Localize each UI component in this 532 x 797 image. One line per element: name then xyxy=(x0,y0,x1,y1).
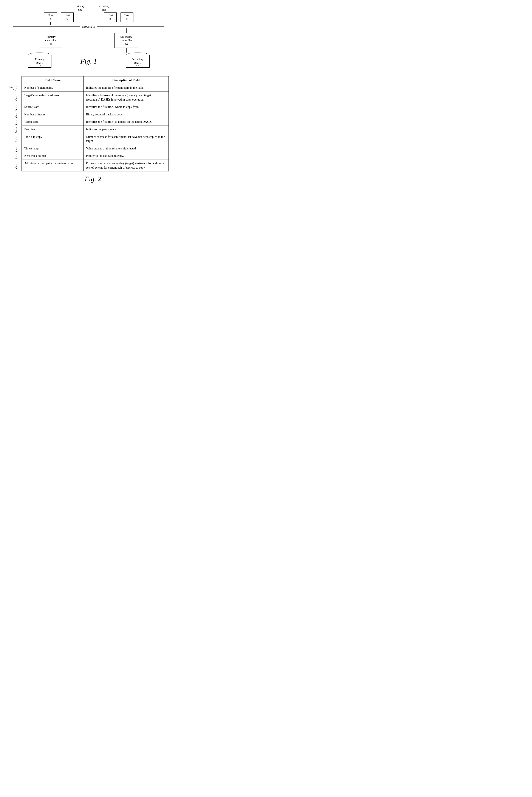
table-row: Next track pointerPointer to the ext tra… xyxy=(22,152,169,160)
field-cell: Target start xyxy=(22,118,83,126)
network-label: Network 16 xyxy=(80,25,97,29)
field-cell: Source start xyxy=(22,104,83,111)
field-cell: Number of tracks xyxy=(22,111,83,118)
ref-30: 30 xyxy=(9,86,12,89)
row-ref-38: {38 xyxy=(15,112,17,118)
table-row: Number of tracksBinary count of tracks t… xyxy=(22,111,169,118)
host-4-box: Host4 xyxy=(44,13,57,22)
header-description: Description of Field xyxy=(83,76,169,84)
primary-controller-box: PrimaryController12 xyxy=(39,33,63,48)
description-cell: Number of tracks for each extent that ha… xyxy=(83,133,169,145)
primary-dasd: PrimaryDASD18 xyxy=(28,53,52,68)
figure-1: PrimarySite SecondarySite Host4 Host6 Ho… xyxy=(8,4,169,70)
row-ref-40: {40 xyxy=(15,120,17,126)
table-row: Target startIdentifies the first track t… xyxy=(22,118,169,126)
table-row: Peer linkIndicates the peer device. xyxy=(22,126,169,133)
description-cell: Binary count of tracks to copy. xyxy=(83,111,169,118)
primary-site-label: PrimarySite xyxy=(70,4,90,12)
host-10-box: Host10 xyxy=(120,13,133,22)
secondary-dasd: SecondaryDASD20 xyxy=(126,53,150,68)
secondary-site-label: SecondarySite xyxy=(94,4,113,12)
row-ref-36: {36 xyxy=(15,105,17,111)
row-ref-32: {32 xyxy=(15,86,17,92)
row-ref-46: {46 xyxy=(15,146,17,152)
bracket-30: { xyxy=(12,85,14,90)
description-cell: Identifies the first track to update on … xyxy=(83,118,169,126)
table-row: Source startIdentifies the first track w… xyxy=(22,104,169,111)
description-cell: Identifies the first track where to copy… xyxy=(83,104,169,111)
row-ref-42: {42 xyxy=(15,127,17,133)
description-cell: Indicates the number of extent pairs in … xyxy=(83,84,169,92)
header-field-name: Field Name xyxy=(22,76,83,84)
field-cell: Additional extent pairs for devices pair… xyxy=(22,160,83,171)
description-cell: Indicates the peer device. xyxy=(83,126,169,133)
figure-2: 30 { Field Name Description of Field Num… xyxy=(17,76,169,183)
fig1-caption: Fig. 1 xyxy=(80,55,97,68)
host-6-box: Host6 xyxy=(61,13,74,22)
description-cell: Identifies addresses of the source (prim… xyxy=(83,92,169,104)
field-cell: Next track pointer xyxy=(22,152,83,160)
table-row: Additional extent pairs for devices pair… xyxy=(22,160,169,171)
table-row: Time stampValue created at time relation… xyxy=(22,145,169,152)
field-cell: Number of extent pairs. xyxy=(22,84,83,92)
row-ref-50: {50 xyxy=(15,164,17,169)
row-ref-34: {34 xyxy=(15,95,17,101)
table-row: Number of extent pairs.Indicates the num… xyxy=(22,84,169,92)
field-cell: Target/source device address. xyxy=(22,92,83,104)
table-row: Tracks to copyNumber of tracks for each … xyxy=(22,133,169,145)
field-cell: Peer link xyxy=(22,126,83,133)
description-cell: Primary (source) and secondary (target) … xyxy=(83,160,169,171)
secondary-controller-box: SecondaryController14 xyxy=(114,33,138,48)
field-cell: Time stamp xyxy=(22,145,83,152)
field-table: Field Name Description of Field Number o… xyxy=(21,76,169,171)
table-row: Target/source device address.Identifies … xyxy=(22,92,169,104)
host-8-box: Host8 xyxy=(104,13,117,22)
description-cell: Pointer to the ext track to copy. xyxy=(83,152,169,160)
fig2-caption: Fig. 2 xyxy=(17,175,169,183)
field-cell: Tracks to copy xyxy=(22,133,83,145)
row-ref-48: {48 xyxy=(15,154,17,160)
row-ref-44: {44 xyxy=(15,137,17,143)
description-cell: Value created at time relationship creat… xyxy=(83,145,169,152)
